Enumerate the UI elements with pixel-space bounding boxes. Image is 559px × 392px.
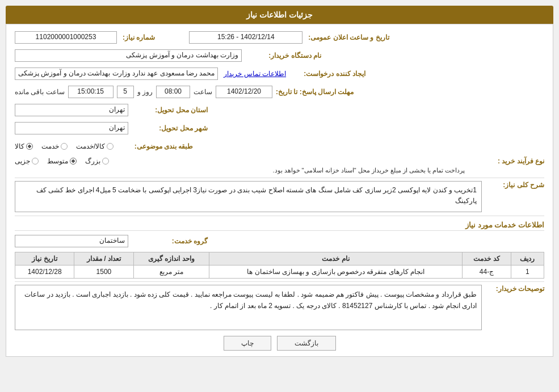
cell-tarikh: 1402/12/28 [15,265,74,279]
radio-mottavsat-icon [70,158,77,165]
tasnif-khidmat[interactable]: خدمت [41,142,68,150]
shahr-label: شهر محل تحویل: [134,124,208,132]
nooe-mottavsat[interactable]: متوسط [47,157,77,165]
col-tarikh: تاریخ نیاز [15,252,74,265]
table-row: 1ج-44انجام کارهای متفرقه درخصوص بازسازی … [15,265,544,279]
tasnif-kala-khidmat[interactable]: کالا/خدمت [76,142,114,150]
khadamat-table: ردیف کد خدمت نام خدمت واحد اندازه گیری ت… [15,252,544,279]
ijad-link[interactable]: اطلاعات تماس خریدار [224,70,286,78]
tasnif-options: کالا/خدمت خدمت کالا [15,142,114,150]
nooe-bozorg[interactable]: بزرگ [85,157,109,165]
cell-radif: 1 [511,265,544,279]
ostan-value: تهران [15,104,128,116]
mohlat-mande: 15:00:15 [68,86,114,98]
back-button[interactable]: بازگشت [277,336,336,351]
tarikh-label: تاریخ و ساعت اعلان عمومی: [308,33,389,41]
nam-dastgah-label: نام دستگاه خریدار: [247,52,321,60]
radio-jozi-icon [32,158,39,165]
print-button[interactable]: چاپ [224,336,271,351]
sharh-value: 1تخریب و کندن لایه اپوکسی 2زیر سازی کف ش… [15,181,482,212]
mohlat-mande-label: ساعت باقی مانده [15,88,65,96]
radio-kala-icon [26,143,33,150]
cell-kod: ج-44 [463,265,511,279]
gorooh-label: گروه خدمت: [134,237,208,245]
mohlat-roz: 5 [117,86,134,98]
mohlat-roz-label: روز و [137,88,153,96]
cell-vahed: متر مربع [133,265,209,279]
cell-nam: انجام کارهای متفرقه درخصوص بازسازی و بهس… [209,265,463,279]
nam-dastgah-value: وزارت بهداشت درمان و آموزش پزشکی [15,49,242,62]
sharh-label: شرح کلی نیاز: [487,181,544,189]
cell-tedad: 1500 [74,265,133,279]
radio-kala-khidmat-icon [107,143,114,150]
gorooh-value: ساختمان [15,235,128,247]
radio-bozorg-icon [102,158,109,165]
mohlat-saat-label: ساعت [194,88,212,96]
ostan-label: استان محل تحویل: [134,106,208,114]
col-tedad: تعداد / مقدار [74,252,133,265]
mohlat-saat: 08:00 [156,86,190,98]
nooe-farayand-label: نوع فرآیند خرید : [470,157,544,165]
tarikh-value: 1402/12/14 - 15:26 [189,31,302,44]
mohlat-label: مهلت ارسال پاسخ: تا تاریخ: [276,88,354,96]
shomara-label: شماره نیاز: [123,33,155,41]
shomara-value: 1102000001000253 [15,31,117,44]
header-title: جزئیات اطلاعات نیاز [246,10,313,19]
col-radif: ردیف [511,252,544,265]
khadamat-section-header: اطلاعات خدمات مورد نیاز [15,221,544,231]
col-vahed: واحد اندازه گیری [133,252,209,265]
nooe-note: پرداخت تمام یا بخشی از مبلغ خریداز محل "… [15,167,465,174]
mohlat-date: 1402/12/20 [216,86,272,98]
radio-khidmat-icon [61,143,68,150]
button-row: بازگشت چاپ [15,336,544,351]
tozihat-value: طبق قرارداد و مشخصات پیوست . پیش فاکتور … [15,285,482,330]
page-header: جزئیات اطلاعات نیاز [6,6,553,24]
tasnif-kala[interactable]: کالا [15,142,33,150]
col-nam: نام خدمت [209,252,463,265]
shahr-value: تهران [15,122,128,134]
ijad-konande-label: ایجاد کننده درخواست: [292,70,365,78]
tasnif-label: طبقه بندی موضوعی: [119,142,193,150]
tozihat-label: توصیحات خریدار: [487,285,544,293]
ijad-konande-value: محمد رضا مسعودی عهد ندارد وزارت بهداشت د… [15,68,218,80]
col-kod: کد خدمت [463,252,511,265]
nooe-jozi[interactable]: جزیی [15,157,39,165]
